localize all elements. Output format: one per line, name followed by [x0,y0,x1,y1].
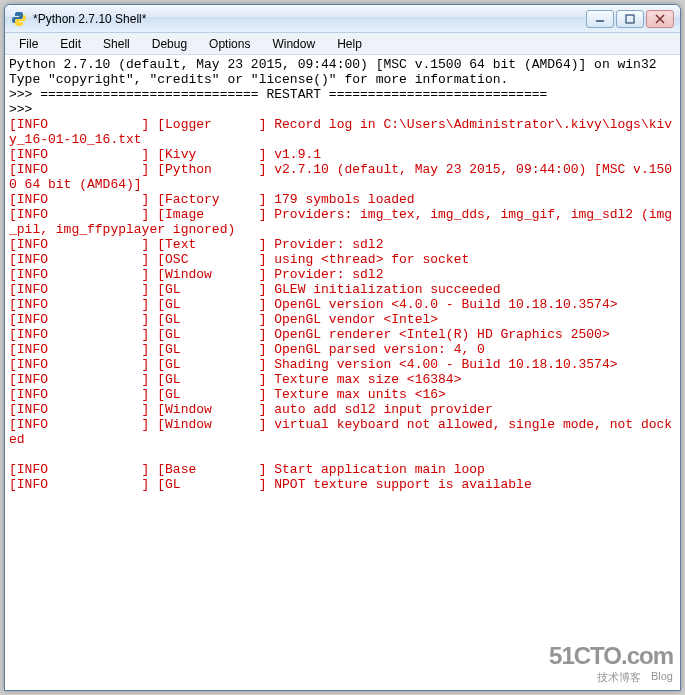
app-window: *Python 2.7.10 Shell* File Edit Shell De… [4,4,681,691]
close-button[interactable] [646,10,674,28]
console-output[interactable]: Python 2.7.10 (default, May 23 2015, 09:… [5,55,680,690]
menubar: File Edit Shell Debug Options Window Hel… [5,33,680,55]
menu-help[interactable]: Help [327,35,372,53]
window-title: *Python 2.7.10 Shell* [33,12,586,26]
menu-edit[interactable]: Edit [50,35,91,53]
minimize-button[interactable] [586,10,614,28]
menu-file[interactable]: File [9,35,48,53]
python-icon [11,11,27,27]
window-controls [586,10,674,28]
menu-debug[interactable]: Debug [142,35,197,53]
svg-rect-1 [626,15,634,23]
maximize-button[interactable] [616,10,644,28]
titlebar[interactable]: *Python 2.7.10 Shell* [5,5,680,33]
menu-window[interactable]: Window [262,35,325,53]
menu-shell[interactable]: Shell [93,35,140,53]
menu-options[interactable]: Options [199,35,260,53]
